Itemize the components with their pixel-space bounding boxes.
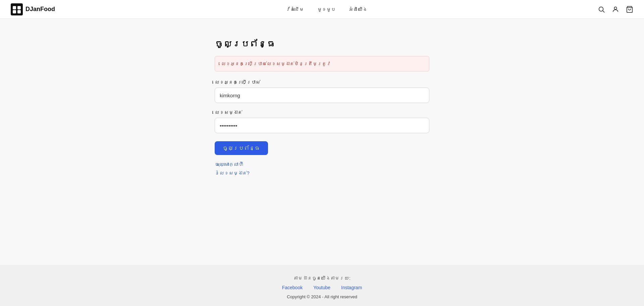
svg-rect-1 [13, 6, 16, 9]
username-label: លេខអ្នកប្រើប្រាស់ [215, 80, 429, 85]
footer: តាមដានចូតយើងតាមរយៈ: Facebook Youtube Ins… [0, 265, 644, 306]
password-label: លេខសម្ងាត់ [215, 110, 429, 115]
password-group: លេខសម្ងាត់ [215, 110, 429, 133]
forgot-password-link[interactable]: រំលេខសម្ងាត់? [215, 170, 429, 176]
youtube-link[interactable]: Youtube [313, 285, 330, 290]
svg-point-7 [614, 7, 616, 9]
nav-item-menu[interactable]: មូខមូប [317, 7, 335, 12]
footer-links: Facebook Youtube Instagram [7, 285, 637, 290]
svg-rect-2 [17, 6, 21, 9]
username-input[interactable] [215, 88, 429, 103]
register-link[interactable]: ចុះឈ្មោះក្លាហ៊ី [215, 162, 429, 167]
username-group: លេខអ្នកប្រើប្រាស់ [215, 80, 429, 103]
svg-point-5 [599, 7, 603, 11]
svg-line-6 [603, 11, 604, 12]
nav-item-about[interactable]: អំពីយើង [349, 7, 367, 12]
login-button[interactable]: ចូលប្រព័ន្ធ [215, 141, 268, 155]
cart-icon[interactable] [626, 6, 633, 13]
svg-rect-4 [17, 10, 21, 13]
footer-copyright: Copyright © 2024 - All right reserved [7, 294, 637, 299]
main-nav: វ័គំជើម មូខមូប អំពីយើង [286, 7, 367, 12]
logo[interactable]: DJanFood [11, 3, 55, 15]
search-icon[interactable] [598, 6, 605, 13]
nav-item-home[interactable]: វ័គំជើម [286, 7, 304, 12]
facebook-link[interactable]: Facebook [282, 285, 303, 290]
header: DJanFood វ័គំជើម មូខមូប អំពីយើង [0, 0, 644, 19]
error-banner: លេខអ្នកប្រើប្រាស់លេខសម្ងាត់មិនត្រឹមត្រូវ [215, 56, 429, 71]
header-actions [598, 6, 633, 13]
page-title: ចូលប្រព័ន្ធ [215, 39, 429, 49]
password-input[interactable] [215, 118, 429, 133]
logo-text: DJanFood [25, 6, 55, 13]
login-container: ចូលប្រព័ន្ធ លេខអ្នកប្រើប្រាស់លេខសម្ងាត់ម… [215, 39, 429, 179]
logo-icon [11, 3, 23, 15]
instagram-link[interactable]: Instagram [341, 285, 362, 290]
svg-rect-3 [13, 10, 16, 13]
svg-rect-0 [11, 3, 23, 15]
error-message: លេខអ្នកប្រើប្រាស់លេខសម្ងាត់មិនត្រឹមត្រូវ [221, 61, 331, 66]
main-content: ចូលប្រព័ន្ធ លេខអ្នកប្រើប្រាស់លេខសម្ងាត់ម… [0, 19, 644, 265]
footer-follow-text: តាមដានចូតយើងតាមរយៈ: [7, 275, 637, 281]
user-icon[interactable] [612, 6, 619, 13]
